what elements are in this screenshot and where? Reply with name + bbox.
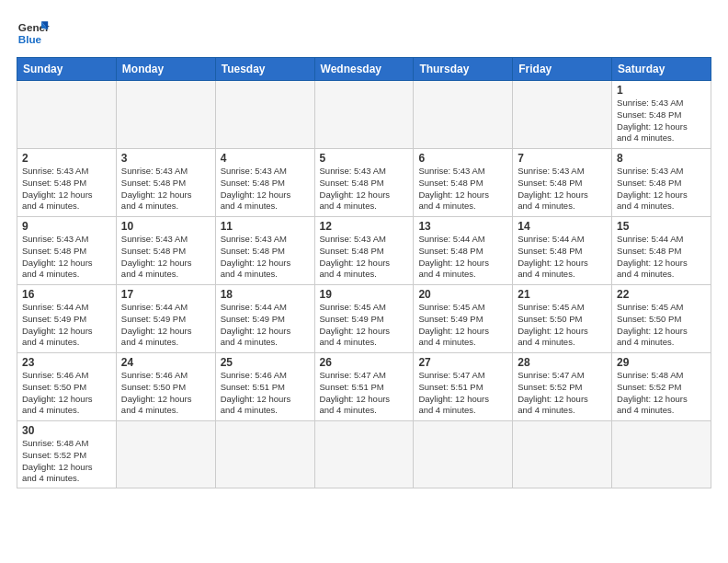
calendar-cell: 12Sunrise: 5:43 AM Sunset: 5:48 PM Dayli… — [314, 217, 414, 285]
calendar-cell: 20Sunrise: 5:45 AM Sunset: 5:49 PM Dayli… — [414, 285, 513, 353]
day-number: 4 — [221, 152, 310, 165]
day-number: 9 — [22, 220, 111, 233]
page: General Blue SundayMondayTuesdayWednesda… — [0, 0, 728, 563]
day-info: Sunrise: 5:43 AM Sunset: 5:48 PM Dayligh… — [418, 166, 507, 213]
calendar-cell: 29Sunrise: 5:48 AM Sunset: 5:52 PM Dayli… — [612, 353, 711, 421]
day-info: Sunrise: 5:44 AM Sunset: 5:48 PM Dayligh… — [617, 234, 706, 281]
day-number: 27 — [418, 356, 507, 369]
calendar-cell — [314, 81, 414, 149]
calendar-cell: 21Sunrise: 5:45 AM Sunset: 5:50 PM Dayli… — [513, 285, 612, 353]
calendar-cell — [513, 421, 612, 488]
calendar-cell: 26Sunrise: 5:47 AM Sunset: 5:51 PM Dayli… — [314, 353, 414, 421]
day-number: 25 — [221, 356, 310, 369]
logo: General Blue — [17, 15, 50, 48]
day-number: 23 — [22, 356, 111, 369]
calendar-cell — [314, 421, 414, 488]
day-info: Sunrise: 5:43 AM Sunset: 5:48 PM Dayligh… — [320, 166, 409, 213]
day-info: Sunrise: 5:43 AM Sunset: 5:48 PM Dayligh… — [121, 234, 210, 281]
calendar-cell: 13Sunrise: 5:44 AM Sunset: 5:48 PM Dayli… — [414, 217, 513, 285]
calendar-cell: 7Sunrise: 5:43 AM Sunset: 5:48 PM Daylig… — [513, 149, 612, 217]
calendar-table: SundayMondayTuesdayWednesdayThursdayFrid… — [17, 57, 711, 488]
day-info: Sunrise: 5:47 AM Sunset: 5:51 PM Dayligh… — [418, 370, 507, 417]
day-info: Sunrise: 5:43 AM Sunset: 5:48 PM Dayligh… — [22, 234, 111, 281]
day-number: 26 — [320, 356, 409, 369]
day-number: 13 — [418, 220, 507, 233]
weekday-header: Monday — [116, 58, 215, 81]
day-number: 7 — [518, 152, 607, 165]
day-info: Sunrise: 5:47 AM Sunset: 5:52 PM Dayligh… — [518, 370, 607, 417]
day-info: Sunrise: 5:45 AM Sunset: 5:50 PM Dayligh… — [518, 302, 607, 349]
day-number: 12 — [320, 220, 409, 233]
calendar-cell — [414, 81, 513, 149]
day-info: Sunrise: 5:43 AM Sunset: 5:48 PM Dayligh… — [221, 234, 310, 281]
header: General Blue — [17, 15, 711, 48]
day-info: Sunrise: 5:43 AM Sunset: 5:48 PM Dayligh… — [617, 98, 706, 144]
calendar-cell — [116, 421, 215, 488]
calendar-cell: 25Sunrise: 5:46 AM Sunset: 5:51 PM Dayli… — [215, 353, 314, 421]
svg-text:Blue: Blue — [18, 33, 42, 45]
calendar-cell: 8Sunrise: 5:43 AM Sunset: 5:48 PM Daylig… — [612, 149, 711, 217]
calendar-cell: 1Sunrise: 5:43 AM Sunset: 5:48 PM Daylig… — [612, 81, 711, 149]
day-info: Sunrise: 5:43 AM Sunset: 5:48 PM Dayligh… — [121, 166, 210, 213]
calendar-cell: 30Sunrise: 5:48 AM Sunset: 5:52 PM Dayli… — [17, 421, 117, 488]
calendar-cell: 23Sunrise: 5:46 AM Sunset: 5:50 PM Dayli… — [17, 353, 117, 421]
calendar-cell: 10Sunrise: 5:43 AM Sunset: 5:48 PM Dayli… — [116, 217, 215, 285]
day-info: Sunrise: 5:43 AM Sunset: 5:48 PM Dayligh… — [221, 166, 310, 213]
day-number: 17 — [121, 288, 210, 301]
day-number: 30 — [22, 424, 111, 437]
day-info: Sunrise: 5:46 AM Sunset: 5:50 PM Dayligh… — [121, 370, 210, 417]
calendar-cell: 27Sunrise: 5:47 AM Sunset: 5:51 PM Dayli… — [414, 353, 513, 421]
day-number: 14 — [518, 220, 607, 233]
calendar-cell: 9Sunrise: 5:43 AM Sunset: 5:48 PM Daylig… — [17, 217, 117, 285]
day-number: 22 — [617, 288, 706, 301]
calendar-cell: 18Sunrise: 5:44 AM Sunset: 5:49 PM Dayli… — [215, 285, 314, 353]
day-info: Sunrise: 5:46 AM Sunset: 5:50 PM Dayligh… — [22, 370, 111, 417]
day-number: 10 — [121, 220, 210, 233]
day-info: Sunrise: 5:48 AM Sunset: 5:52 PM Dayligh… — [617, 370, 706, 417]
calendar-cell: 17Sunrise: 5:44 AM Sunset: 5:49 PM Dayli… — [116, 285, 215, 353]
day-info: Sunrise: 5:44 AM Sunset: 5:49 PM Dayligh… — [121, 302, 210, 349]
day-info: Sunrise: 5:43 AM Sunset: 5:48 PM Dayligh… — [320, 234, 409, 281]
day-info: Sunrise: 5:44 AM Sunset: 5:48 PM Dayligh… — [518, 234, 607, 281]
calendar-cell: 15Sunrise: 5:44 AM Sunset: 5:48 PM Dayli… — [612, 217, 711, 285]
weekday-header: Friday — [513, 58, 612, 81]
day-info: Sunrise: 5:43 AM Sunset: 5:48 PM Dayligh… — [22, 166, 111, 213]
calendar-cell — [116, 81, 215, 149]
calendar-cell — [414, 421, 513, 488]
generalblue-icon: General Blue — [17, 15, 50, 48]
day-number: 11 — [221, 220, 310, 233]
day-info: Sunrise: 5:47 AM Sunset: 5:51 PM Dayligh… — [320, 370, 409, 417]
day-number: 19 — [320, 288, 409, 301]
day-number: 5 — [320, 152, 409, 165]
calendar-cell: 6Sunrise: 5:43 AM Sunset: 5:48 PM Daylig… — [414, 149, 513, 217]
calendar-cell: 5Sunrise: 5:43 AM Sunset: 5:48 PM Daylig… — [314, 149, 414, 217]
day-info: Sunrise: 5:46 AM Sunset: 5:51 PM Dayligh… — [221, 370, 310, 417]
calendar-cell — [215, 81, 314, 149]
calendar-cell: 19Sunrise: 5:45 AM Sunset: 5:49 PM Dayli… — [314, 285, 414, 353]
calendar-cell: 2Sunrise: 5:43 AM Sunset: 5:48 PM Daylig… — [17, 149, 117, 217]
weekday-header: Thursday — [414, 58, 513, 81]
calendar-cell: 3Sunrise: 5:43 AM Sunset: 5:48 PM Daylig… — [116, 149, 215, 217]
day-info: Sunrise: 5:48 AM Sunset: 5:52 PM Dayligh… — [22, 438, 111, 485]
calendar-cell: 28Sunrise: 5:47 AM Sunset: 5:52 PM Dayli… — [513, 353, 612, 421]
calendar-cell — [215, 421, 314, 488]
calendar-cell: 11Sunrise: 5:43 AM Sunset: 5:48 PM Dayli… — [215, 217, 314, 285]
day-number: 28 — [518, 356, 607, 369]
calendar-cell: 14Sunrise: 5:44 AM Sunset: 5:48 PM Dayli… — [513, 217, 612, 285]
day-number: 24 — [121, 356, 210, 369]
day-number: 16 — [22, 288, 111, 301]
calendar-cell: 22Sunrise: 5:45 AM Sunset: 5:50 PM Dayli… — [612, 285, 711, 353]
day-info: Sunrise: 5:44 AM Sunset: 5:49 PM Dayligh… — [22, 302, 111, 349]
day-number: 29 — [617, 356, 706, 369]
day-info: Sunrise: 5:43 AM Sunset: 5:48 PM Dayligh… — [617, 166, 706, 213]
calendar-cell — [513, 81, 612, 149]
day-number: 15 — [617, 220, 706, 233]
day-info: Sunrise: 5:45 AM Sunset: 5:50 PM Dayligh… — [617, 302, 706, 349]
day-number: 18 — [221, 288, 310, 301]
day-info: Sunrise: 5:44 AM Sunset: 5:48 PM Dayligh… — [418, 234, 507, 281]
day-info: Sunrise: 5:45 AM Sunset: 5:49 PM Dayligh… — [418, 302, 507, 349]
day-number: 3 — [121, 152, 210, 165]
day-info: Sunrise: 5:45 AM Sunset: 5:49 PM Dayligh… — [320, 302, 409, 349]
calendar-cell — [612, 421, 711, 488]
day-info: Sunrise: 5:43 AM Sunset: 5:48 PM Dayligh… — [518, 166, 607, 213]
